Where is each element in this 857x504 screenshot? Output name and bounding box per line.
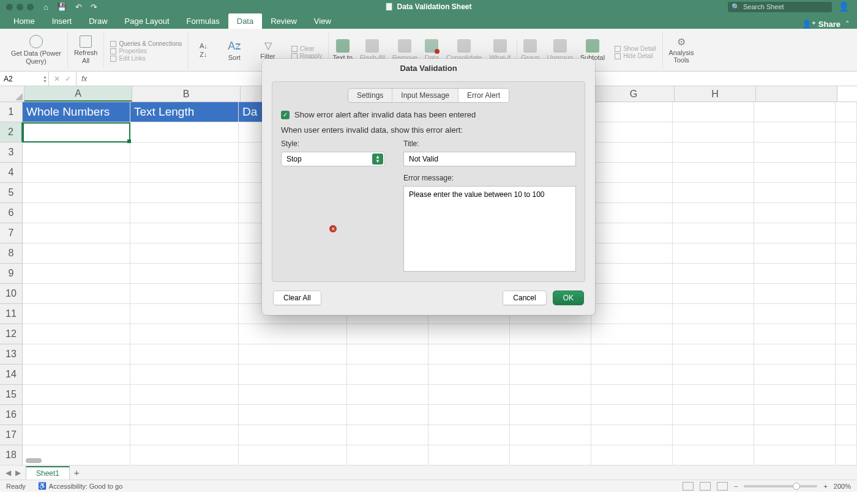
cell-r15-c3[interactable] bbox=[239, 385, 347, 405]
cell-r14-c4[interactable] bbox=[347, 365, 428, 385]
sort-asc-icon[interactable]: A↓ bbox=[200, 42, 208, 50]
cell-r18-c3[interactable] bbox=[239, 445, 347, 465]
cell-r16-c9[interactable] bbox=[754, 405, 836, 425]
clear-all-button[interactable]: Clear All bbox=[273, 291, 321, 305]
cell-r9-c8[interactable] bbox=[673, 264, 754, 284]
cell-r5-c9[interactable] bbox=[754, 183, 836, 203]
cell-r3-c9[interactable] bbox=[754, 143, 836, 163]
consolidate-button[interactable]: Consolidate bbox=[443, 39, 485, 61]
cell-r11-c2[interactable] bbox=[130, 304, 239, 324]
sort-button[interactable]: Aᴢ Sort bbox=[224, 39, 244, 61]
cell-r16-c6[interactable] bbox=[510, 405, 591, 425]
cell-r9-c2[interactable] bbox=[130, 264, 239, 284]
cell-r1-c10[interactable] bbox=[836, 102, 857, 122]
text-to-columns-button[interactable]: Text to bbox=[329, 39, 356, 61]
redo-icon[interactable]: ↷ bbox=[91, 2, 97, 12]
subtotal-button[interactable]: Subtotal bbox=[577, 39, 608, 61]
cell-r5-c2[interactable] bbox=[130, 183, 239, 203]
cell-r14-c6[interactable] bbox=[510, 365, 591, 385]
ribbon-collapse-icon[interactable]: ˄ bbox=[845, 20, 850, 29]
row-header-4[interactable]: 4 bbox=[0, 163, 23, 183]
refresh-all-button[interactable]: Refresh All bbox=[68, 32, 105, 69]
cell-r4-c1[interactable] bbox=[23, 163, 130, 183]
tab-insert[interactable]: Insert bbox=[43, 13, 81, 29]
cell-r10-c7[interactable] bbox=[591, 284, 673, 304]
row-header-13[interactable]: 13 bbox=[0, 344, 23, 365]
cell-r13-c9[interactable] bbox=[754, 344, 836, 365]
cell-r1-c9[interactable] bbox=[754, 102, 836, 122]
cell-r8-c8[interactable] bbox=[673, 243, 754, 264]
cell-r4-c10[interactable] bbox=[836, 163, 857, 183]
save-icon[interactable]: 💾 bbox=[57, 2, 67, 12]
cell-r3-c2[interactable] bbox=[130, 143, 239, 163]
cell-r16-c5[interactable] bbox=[428, 405, 510, 425]
cell-r17-c5[interactable] bbox=[428, 425, 510, 445]
cell-r4-c8[interactable] bbox=[673, 163, 754, 183]
cell-r5-c10[interactable] bbox=[836, 183, 857, 203]
cell-r4-c2[interactable] bbox=[130, 163, 239, 183]
cell-r17-c8[interactable] bbox=[673, 425, 754, 445]
cell-r13-c5[interactable] bbox=[428, 344, 510, 365]
cell-r13-c10[interactable] bbox=[836, 344, 857, 365]
remove-duplicates-button[interactable]: Remove bbox=[389, 39, 421, 61]
cell-r14-c3[interactable] bbox=[239, 365, 347, 385]
row-header-1[interactable]: 1 bbox=[0, 102, 23, 122]
cell-r14-c10[interactable] bbox=[836, 365, 857, 385]
cell-r5-c8[interactable] bbox=[673, 183, 754, 203]
cell-r13-c6[interactable] bbox=[510, 344, 591, 365]
dialog-tab-input-message[interactable]: Input Message bbox=[392, 89, 458, 102]
row-header-12[interactable]: 12 bbox=[0, 324, 23, 344]
zoom-in-button[interactable]: + bbox=[823, 483, 827, 490]
cell-r6-c7[interactable] bbox=[591, 203, 673, 223]
cell-r13-c1[interactable] bbox=[23, 344, 130, 365]
cell-r9-c7[interactable] bbox=[591, 264, 673, 284]
filter-button[interactable]: ▽ Filter bbox=[256, 40, 279, 60]
cell-r15-c7[interactable] bbox=[591, 385, 673, 405]
cell-r17-c1[interactable] bbox=[23, 425, 130, 445]
row-header-16[interactable]: 16 bbox=[0, 405, 23, 425]
zoom-thumb[interactable] bbox=[793, 483, 800, 490]
ok-button[interactable]: OK bbox=[553, 291, 584, 305]
cell-r3-c1[interactable] bbox=[23, 143, 130, 163]
dialog-tab-settings[interactable]: Settings bbox=[348, 89, 392, 102]
cell-r3-c8[interactable] bbox=[673, 143, 754, 163]
close-window-icon[interactable] bbox=[6, 4, 13, 10]
cancel-button[interactable]: Cancel bbox=[503, 291, 546, 305]
cell-r18-c4[interactable] bbox=[347, 445, 428, 465]
cell-r12-c9[interactable] bbox=[754, 324, 836, 344]
row-header-9[interactable]: 9 bbox=[0, 264, 23, 284]
cell-r11-c8[interactable] bbox=[673, 304, 754, 324]
user-icon[interactable]: 👤 bbox=[838, 1, 850, 12]
row-header-7[interactable]: 7 bbox=[0, 223, 23, 243]
error-message-textarea[interactable]: Please enter the value between 10 to 100 bbox=[403, 186, 576, 272]
cell-r10-c10[interactable] bbox=[836, 284, 857, 304]
cell-r10-c8[interactable] bbox=[673, 284, 754, 304]
analysis-tools-button[interactable]: ⚙ Analysis Tools bbox=[663, 32, 700, 69]
tab-review[interactable]: Review bbox=[262, 13, 305, 29]
col-header-g[interactable]: G bbox=[593, 86, 675, 102]
cell-r14-c5[interactable] bbox=[428, 365, 510, 385]
cell-r14-c1[interactable] bbox=[23, 365, 130, 385]
cell-r10-c1[interactable] bbox=[23, 284, 130, 304]
cell-r18-c8[interactable] bbox=[673, 445, 754, 465]
view-normal-icon[interactable] bbox=[683, 482, 694, 491]
cell-r13-c2[interactable] bbox=[130, 344, 239, 365]
cell-r15-c10[interactable] bbox=[836, 385, 857, 405]
row-header-11[interactable]: 11 bbox=[0, 304, 23, 324]
name-box[interactable]: A2 ▲▼ bbox=[0, 72, 49, 86]
cell-r16-c7[interactable] bbox=[591, 405, 673, 425]
cell-r1-c2[interactable]: Text Length bbox=[130, 102, 239, 122]
cell-r8-c7[interactable] bbox=[591, 243, 673, 264]
cell-r4-c9[interactable] bbox=[754, 163, 836, 183]
tab-data[interactable]: Data bbox=[228, 13, 262, 29]
row-header-6[interactable]: 6 bbox=[0, 203, 23, 223]
cell-r9-c10[interactable] bbox=[836, 264, 857, 284]
cell-r15-c5[interactable] bbox=[428, 385, 510, 405]
cell-r17-c3[interactable] bbox=[239, 425, 347, 445]
cell-r6-c2[interactable] bbox=[130, 203, 239, 223]
cell-r12-c6[interactable] bbox=[510, 324, 591, 344]
cell-r9-c9[interactable] bbox=[754, 264, 836, 284]
cell-r13-c3[interactable] bbox=[239, 344, 347, 365]
hscroll-thumb[interactable] bbox=[26, 458, 42, 463]
cell-r17-c4[interactable] bbox=[347, 425, 428, 445]
